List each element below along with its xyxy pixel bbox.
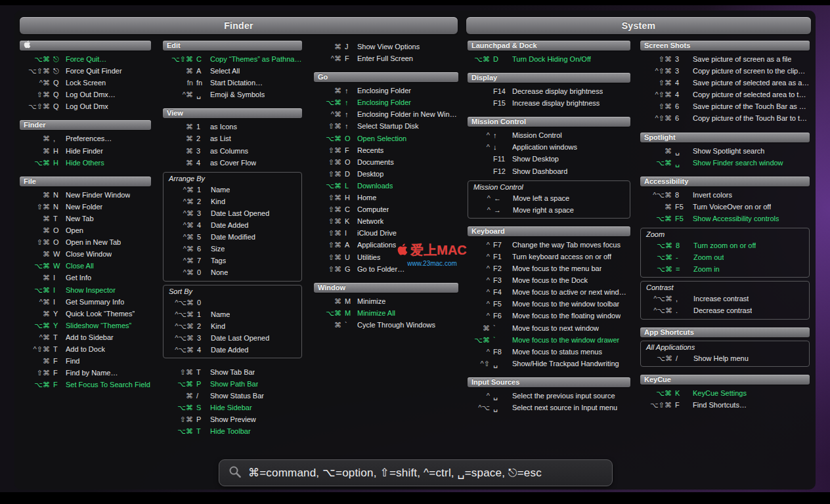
shortcut-row[interactable]: fnfnStart Dictation… — [163, 77, 302, 89]
shortcut-row[interactable]: ⌥⌘8Turn zoom on or off — [641, 240, 809, 251]
shortcut-row[interactable]: ⇧⌘UUtilities — [314, 251, 458, 263]
shortcut-row[interactable]: ⌥⌘KKeyCue Settings — [640, 387, 810, 399]
shortcut-row[interactable]: ⌘MMinimize — [314, 295, 458, 307]
shortcut-row[interactable]: ⇧⌘ODocuments — [314, 156, 458, 168]
shortcut-row[interactable]: ^↓Application windows — [468, 141, 630, 153]
shortcut-row[interactable]: ⇧⌘4Save picture of selected area as a … — [640, 77, 810, 89]
shortcut-row[interactable]: ⌥⌘FSet Focus To Search Field — [20, 379, 151, 390]
shortcut-row[interactable]: ^⌘4Date Added — [164, 219, 301, 231]
modifier-legend-search-bar[interactable]: ⌘=command, ⌥=option, ⇧=shift, ^=ctrl, ␣=… — [219, 459, 613, 486]
shortcut-row[interactable]: ^⌘IGet Summary Info — [20, 296, 151, 308]
shortcut-row[interactable]: ^→Move right a space — [468, 204, 630, 216]
shortcut-row[interactable]: ⌘OOpen — [20, 224, 151, 236]
shortcut-row[interactable]: ⌘NNew Finder Window — [20, 189, 151, 201]
shortcut-row[interactable]: ⌘FFind — [20, 355, 151, 367]
shortcut-row[interactable]: ^⌘3Date Last Opened — [164, 207, 301, 219]
shortcut-row[interactable]: ^⌥⌘2Kind — [164, 320, 301, 332]
shortcut-row[interactable]: ⌥⌘LDownloads — [314, 180, 458, 192]
shortcut-row[interactable]: ⇧⌘GGo to Folder… — [314, 263, 458, 275]
shortcut-row[interactable]: ⌥⌘SHide Sidebar — [163, 402, 302, 413]
shortcut-row[interactable]: ^F5Move focus to the window toolbar — [468, 298, 630, 310]
shortcut-row[interactable]: ^⌥␣Select next source in Input menu — [468, 402, 630, 413]
shortcut-row[interactable]: ⌥⌘PShow Path Bar — [163, 378, 302, 390]
shortcut-row[interactable]: ⌥⌘DTurn Dock Hiding On/Off — [468, 53, 630, 65]
shortcut-row[interactable]: ⌘HHide Finder — [20, 145, 151, 157]
shortcut-row[interactable]: ^⇧␣Show/Hide Trackpad Handwriting — [468, 358, 630, 369]
shortcut-row[interactable]: ^⌥⌘4Date Added — [164, 344, 301, 356]
shortcut-row[interactable]: ^F1Turn keyboard access on or off — [468, 251, 630, 262]
shortcut-row[interactable]: ^⌘QLock Screen — [20, 77, 151, 89]
shortcut-row[interactable]: F12Show Dashboard — [468, 165, 630, 177]
shortcut-row[interactable]: ⌘TNew Tab — [20, 213, 151, 224]
shortcut-row[interactable]: ⌥⌘MMinimize All — [314, 307, 458, 319]
shortcut-row[interactable]: ⌥⌘␣Show Finder search window — [640, 157, 810, 169]
shortcut-row[interactable]: ⌘WClose Window — [20, 248, 151, 260]
shortcut-row[interactable]: ^⌘FEnter Full Screen — [314, 52, 458, 64]
shortcut-row[interactable]: ^⌘0None — [164, 266, 301, 278]
shortcut-row[interactable]: ^⌘TAdd to Sidebar — [20, 331, 151, 343]
shortcut-row[interactable]: ⇧⌘IiCloud Drive — [314, 227, 458, 239]
shortcut-row[interactable]: ^⌘6Size — [164, 243, 301, 255]
shortcut-row[interactable]: ^F7Change the way Tab moves focus — [468, 239, 630, 251]
shortcut-row[interactable]: ⌥⌘YSlideshow “Themes” — [20, 320, 151, 331]
shortcut-row[interactable]: ⇧⌘NNew Folder — [20, 201, 151, 213]
shortcut-row[interactable]: ⌘JShow View Options — [314, 41, 458, 52]
shortcut-row[interactable]: ⌥⌘-Zoom out — [641, 251, 809, 263]
shortcut-row[interactable]: ⌥⌘WClose All — [20, 260, 151, 272]
shortcut-row[interactable]: ⌘/Show Status Bar — [163, 390, 302, 402]
shortcut-row[interactable]: ⌥⇧⌘CCopy “Themes” as Pathname — [163, 53, 302, 65]
shortcut-row[interactable]: ⇧⌘PShow Preview — [163, 413, 302, 425]
shortcut-row[interactable]: ^F6Move focus to the floating window — [468, 310, 630, 322]
shortcut-row[interactable]: ⇧⌘↑Select Startup Disk — [314, 120, 458, 132]
shortcut-row[interactable]: ^⌥⌘1Name — [164, 308, 301, 320]
shortcut-row[interactable]: ⇧⌘FRecents — [314, 144, 458, 156]
shortcut-row[interactable]: ^⌥⌘3Date Last Opened — [164, 332, 301, 344]
shortcut-row[interactable]: ⌥⌘F5Show Accessibility controls — [640, 213, 810, 224]
shortcut-row[interactable]: ⇧⌘DDesktop — [314, 168, 458, 180]
shortcut-row[interactable]: ^⇧⌘4Copy picture of selected area to t… — [640, 89, 810, 100]
shortcut-row[interactable]: ⌘`Cycle Through Windows — [314, 319, 458, 331]
shortcut-row[interactable]: ⌥⌘HHide Others — [20, 157, 151, 169]
shortcut-row[interactable]: ⌥⇧⌘FFind Shortcuts… — [640, 399, 810, 411]
shortcut-row[interactable]: ⌥⌘OOpen Selection — [314, 133, 458, 144]
shortcut-row[interactable]: F11Show Desktop — [468, 153, 630, 165]
shortcut-row[interactable]: ^⌘1Name — [164, 184, 301, 196]
shortcut-row[interactable]: ⇧⌘OOpen in New Tab — [20, 236, 151, 248]
shortcut-row[interactable]: ^⇧⌘3Copy picture of screen to the clip… — [640, 65, 810, 77]
shortcut-row[interactable]: ⇧⌘HHome — [314, 192, 458, 203]
shortcut-row[interactable]: ^⌥⌘.Decrease contrast — [641, 304, 809, 316]
shortcut-row[interactable]: ^F4Move focus to active or next wind… — [468, 286, 630, 298]
shortcut-row[interactable]: ^⌘7Tags — [164, 255, 301, 266]
shortcut-row[interactable]: ⌥⌘`Move focus to the window drawer — [468, 334, 630, 346]
shortcut-row[interactable]: ^⇧⌘6Copy picture of the Touch Bar to t… — [640, 112, 810, 124]
shortcut-row[interactable]: ⌘↑Enclosing Folder — [314, 85, 458, 96]
shortcut-row[interactable]: F14Decrease display brightness — [468, 85, 630, 97]
shortcut-row[interactable]: ⌘1as Icons — [163, 121, 302, 133]
shortcut-row[interactable]: ^⌥⌘,Increase contrast — [641, 293, 809, 304]
shortcut-row[interactable]: ^↑Mission Control — [468, 129, 630, 141]
shortcut-row[interactable]: ^⌥⌘8Invert colors — [640, 189, 810, 201]
shortcut-row[interactable]: ⌥⇧⌘QLog Out Dmx — [20, 100, 151, 112]
shortcut-row[interactable]: ⌥⌘THide Toolbar — [163, 425, 302, 437]
shortcut-row[interactable]: ⌥⌘=Zoom in — [641, 263, 809, 275]
shortcut-row[interactable]: ⇧⌘CComputer — [314, 203, 458, 215]
shortcut-row[interactable]: ⌥⌘↑Enclosing Folder — [314, 96, 458, 108]
shortcut-row[interactable]: ⌥⌘/Show Help menu — [641, 352, 809, 364]
shortcut-row[interactable]: ⌘`Move focus to next window — [468, 322, 630, 334]
shortcut-row[interactable]: ⌘F5Turn VoiceOver on or off — [640, 201, 810, 213]
shortcut-row[interactable]: ⌘,Preferences… — [20, 133, 151, 144]
shortcut-row[interactable]: ^⌥⌘0 — [164, 297, 301, 308]
shortcut-row[interactable]: ⇧⌘6Save picture of the Touch Bar as a… — [640, 100, 810, 112]
shortcut-row[interactable]: F15Increase display brightness — [468, 97, 630, 109]
shortcut-row[interactable]: ^⇧⌘TAdd to Dock — [20, 343, 151, 355]
shortcut-row[interactable]: ⇧⌘TShow Tab Bar — [163, 366, 302, 378]
shortcut-row[interactable]: ^F2Move focus to the menu bar — [468, 262, 630, 274]
shortcut-row[interactable]: ⇧⌘3Save picture of screen as a file — [640, 53, 810, 65]
shortcut-row[interactable]: ⌘IGet Info — [20, 272, 151, 284]
shortcut-row[interactable]: ^⌘2Kind — [164, 196, 301, 207]
shortcut-row[interactable]: ⌘ASelect All — [163, 65, 302, 77]
shortcut-row[interactable]: ⌘YQuick Look “Themes” — [20, 308, 151, 320]
shortcut-row[interactable]: ^⌘↑Enclosing Folder in New Window — [314, 108, 458, 120]
shortcut-row[interactable]: ⌘␣Show Spotlight search — [640, 145, 810, 157]
shortcut-row[interactable]: ^⌘␣Emoji & Symbols — [163, 89, 302, 100]
